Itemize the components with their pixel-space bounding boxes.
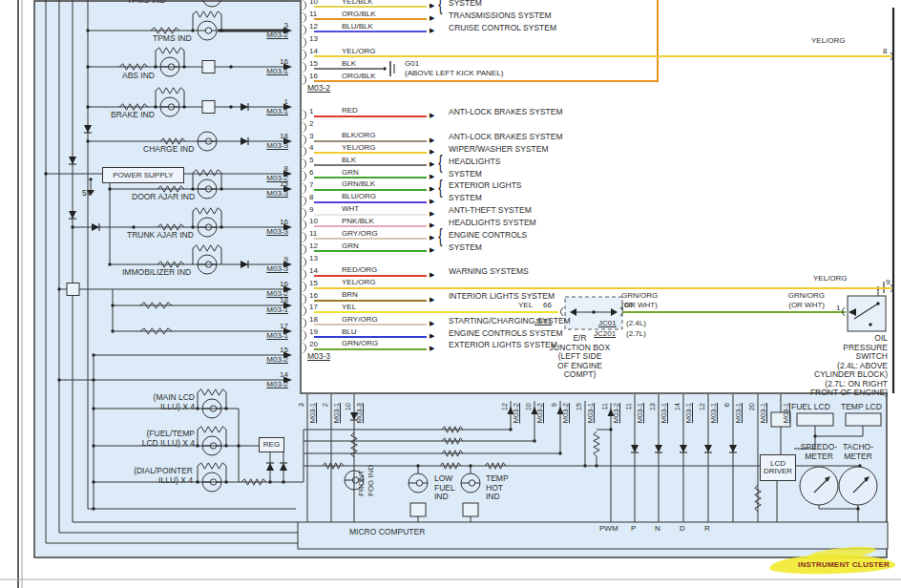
system-label: SYSTEM (449, 194, 482, 202)
pin-row: 17 YEL (307, 302, 613, 314)
speedometer-label: SPEEDO-METER (797, 443, 841, 461)
wire-color-label: ORG/BLK (342, 73, 376, 80)
label-fuel-temp-lcd-illu: (FUEL/TEMPLCD ILLU) X 4 (113, 430, 195, 448)
bottom-pin-number: 12 (500, 403, 510, 441)
pin-number: 14 (309, 267, 318, 275)
wire-label-grn-org-2: GRN/ORG(OR WHT) (775, 291, 825, 309)
pin-row: 10 PNK/BLK ▶ HEADLIGHTS SYSTEM (307, 216, 613, 228)
pin-number: 7 (309, 181, 313, 189)
pin-number: 12 (309, 242, 318, 250)
pin-number: 17 (309, 304, 318, 311)
left-pin-label: 15M03-3 (248, 179, 288, 198)
left-pin-label: 15M03-2 (248, 346, 288, 364)
bottom-pin-number: 11 (600, 403, 610, 441)
pin-number: 13 (309, 35, 318, 43)
pin-row: 13 (307, 32, 613, 45)
wire-color-label: RED/ORG (342, 266, 377, 274)
low-fuel-ind-label: LOWFUELIND (434, 474, 455, 502)
pin-8-label: 8 (883, 47, 887, 56)
pin-number: 10 (309, 218, 318, 225)
bottom-pin-conn: M03-3 (355, 403, 365, 441)
pin-row: 16 BRN ▶ INTERIOR LIGHTS SYSTEM (307, 289, 613, 302)
pin-row: 11 ORG/BLK ▶ TRANSMISSIONS SYSTEM (307, 8, 613, 20)
pin-row: 5 BLK ▶ { HEADLIGHTS (307, 154, 613, 166)
wire-color-label: BLU (342, 328, 357, 336)
pin-number: 2 (309, 120, 313, 128)
left-pin-label: 3M03-2 (248, 21, 288, 39)
bottom-pin-number (770, 403, 780, 441)
indicator-label-door-ajar: DOOR AJAR IND (132, 193, 195, 202)
pin-number: 8 (309, 194, 313, 201)
junction-label-27l: (2.7L) (626, 329, 646, 339)
pin-number: 1 (309, 108, 313, 116)
fuel-lcd-label: FUEL LCD (791, 403, 830, 412)
pin-number: 13 (309, 255, 318, 262)
bottom-pin-number: 3 (297, 403, 306, 441)
pin-row: 10 YEL/BLK ▶ { SYSTEM (307, 0, 613, 8)
bottom-pin-number: 11 (624, 403, 634, 441)
pin-row: 13 (307, 252, 613, 264)
pin-row: 15 YEL/ORG (307, 277, 613, 289)
label-pwm: PWM (599, 524, 618, 534)
junction-label-24l: (2.4L) (626, 319, 646, 328)
front-fog-ind-label: FOG IND (367, 444, 376, 496)
wire-color-label: GRN/BLK (342, 180, 375, 188)
left-pin-label: 18M03-1 (248, 296, 288, 314)
ground-label-g01: G01 (405, 59, 419, 69)
pin-row: 1 RED ▶ ANTI-LOCK BRAKES SYSTEM (307, 105, 613, 117)
label-d: D (680, 524, 685, 534)
bottom-pin-conn: M03-1 (660, 403, 669, 441)
wire-color-label: YEL/ORG (342, 279, 376, 286)
pin-number: 15 (309, 280, 318, 287)
pin-number: 4 (309, 144, 313, 152)
system-label: HEADLIGHTS (449, 158, 500, 166)
pin-row: 14 YEL/ORG (307, 45, 613, 57)
indicator-label-brake: BRAKE IND (111, 111, 155, 120)
system-label: INTERIOR LIGHTS SYSTEM (449, 292, 555, 301)
front-fog-ind-label: FRONT (357, 444, 367, 496)
wiring-diagram: TPMS IND TPMS IND ABS IND BRAKE IND CHAR… (0, 0, 901, 588)
bottom-pin-conn: M03-1 (586, 403, 596, 441)
connector-m03-3-pinlist: 1 RED ▶ ANTI-LOCK BRAKES SYSTEM 2 3 BLK/… (307, 105, 613, 350)
junction-label-jc01: JC01 (598, 319, 617, 328)
ground-location-label: (ABOVE LEFT KICK PANEL) (405, 69, 503, 78)
wire-color-label: WHT (342, 205, 359, 213)
wire-color-label: YEL/BLK (342, 0, 372, 6)
oil-switch-pin-1: 1 (836, 304, 840, 313)
lcd-driver-box: LCDDRIVER (760, 454, 796, 481)
system-label: ANTI-LOCK BRAKES SYSTEM (449, 133, 563, 141)
pin-row: 14 RED/ORG ▶ WARNING SYSTEMS (307, 264, 613, 277)
pin-row: 4 YEL/ORG ▶ WIPER/WASHER SYSTEM (307, 142, 613, 155)
bottom-pin-number: 10 (344, 403, 353, 441)
wire-label-yel-org-top: YEL/ORG (811, 36, 846, 46)
junction-pin-66: 66 (543, 301, 552, 310)
er-junction-box-label: E/RJUNCTION BOX (LEFT SIDEOF ENGINECOMPT… (534, 334, 625, 380)
left-pin-label: 18M03-3 (248, 132, 288, 150)
left-pin-label: 9M03-3 (248, 255, 288, 273)
temp-lcd-label: TEMP LCD (841, 403, 882, 412)
label-5v: 5V (82, 189, 92, 199)
bottom-pin-conn: M03-2 (512, 403, 521, 441)
indicator-label-tpms: TPMS IND (153, 34, 192, 44)
bottom-pin-number: 9 (550, 403, 559, 441)
connector-label-m03-3: M03-3 (307, 352, 330, 362)
pin-number: 9 (309, 206, 313, 214)
bottom-pin-conn: M03-1 (636, 403, 645, 441)
power-supply-box: POWER SUPPLY (102, 167, 184, 183)
wire-color-label: ORG/BLK (342, 10, 376, 18)
system-label: SYSTEM (449, 170, 482, 178)
system-label: ANTI-THEFT SYSTEM (449, 206, 532, 215)
bottom-pin-number: 13 (648, 403, 658, 441)
wire (314, 80, 659, 82)
temp-hot-ind-label: TEMPHOTIND (486, 474, 509, 502)
wire-color-label: GRN (342, 242, 359, 250)
left-pin-label: 1M03-1 (248, 97, 288, 116)
left-pin-label: 16M03-3 (248, 218, 288, 236)
bottom-pin-conn: M03-1 (308, 403, 318, 441)
bottom-pin-number: 12 (698, 403, 707, 441)
left-pin-label: 17M03-1 (248, 322, 288, 340)
system-label: WARNING SYSTEMS (449, 267, 529, 276)
left-pin-label: 14M03-2 (248, 370, 288, 388)
system-label: WIPER/WASHER SYSTEM (449, 145, 549, 154)
system-label: CRUISE CONTROL SYSTEM (449, 24, 556, 32)
